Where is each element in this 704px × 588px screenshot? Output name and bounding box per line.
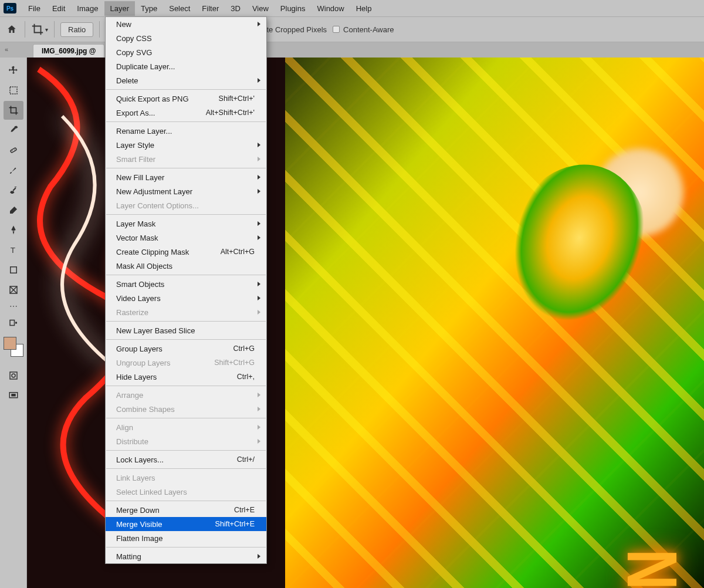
menuitem-label: Layer Content Options... <box>116 201 199 210</box>
menuitem-vector-mask[interactable]: Vector Mask <box>106 231 266 245</box>
menuitem-shortcut: Ctrl+/ <box>237 455 255 464</box>
menuitem-shortcut: Alt+Ctrl+G <box>221 248 255 256</box>
svg-rect-13 <box>10 320 15 326</box>
menu-separator <box>106 89 266 90</box>
screenmode-icon[interactable] <box>4 386 23 405</box>
menuitem-hide-layers[interactable]: Hide LayersCtrl+, <box>106 370 266 384</box>
submenu-arrow-icon <box>258 310 260 315</box>
ratio-dropdown[interactable]: Ratio <box>60 22 93 37</box>
menu-file[interactable]: File <box>22 1 46 16</box>
menuitem-label: Merge Visible <box>116 520 163 529</box>
pen-tool[interactable] <box>4 221 23 239</box>
brush-tool[interactable] <box>4 161 23 180</box>
app-logo: Ps <box>4 3 16 13</box>
menu-image[interactable]: Image <box>71 1 104 16</box>
menu-edit[interactable]: Edit <box>46 1 71 16</box>
menu-help[interactable]: Help <box>350 1 378 16</box>
submenu-arrow-icon <box>258 143 260 147</box>
menuitem-layer-mask[interactable]: Layer Mask <box>106 217 266 231</box>
menu-view[interactable]: View <box>246 1 275 16</box>
edit-toolbar-icon[interactable] <box>4 313 23 332</box>
menuitem-group-layers[interactable]: Group LayersCtrl+G <box>106 342 266 356</box>
type-tool[interactable]: T <box>4 241 23 259</box>
menuitem-copy-svg[interactable]: Copy SVG <box>106 45 266 59</box>
menuitem-smart-objects[interactable]: Smart Objects <box>106 277 266 291</box>
menuitem-label: Layer Mask <box>116 219 155 228</box>
submenu-arrow-icon <box>258 78 260 83</box>
menu-filter[interactable]: Filter <box>196 1 225 16</box>
menu-layer[interactable]: Layer <box>104 1 136 16</box>
panel-collapse-icon[interactable]: « <box>5 46 8 53</box>
menuitem-video-layers[interactable]: Video Layers <box>106 291 266 305</box>
document-tab[interactable]: IMG_6099.jpg @ <box>33 44 104 58</box>
menuitem-rename-layer[interactable]: Rename Layer... <box>106 124 266 138</box>
menuitem-new[interactable]: New <box>106 17 266 31</box>
menuitem-smart-filter: Smart Filter <box>106 152 266 166</box>
eraser-tool[interactable] <box>4 201 23 219</box>
menuitem-label: Smart Objects <box>116 280 164 289</box>
submenu-arrow-icon <box>258 189 260 194</box>
menu-window[interactable]: Window <box>311 1 350 16</box>
menuitem-delete[interactable]: Delete <box>106 73 266 87</box>
menu-plugins[interactable]: Plugins <box>275 1 312 16</box>
menuitem-layer-style[interactable]: Layer Style <box>106 138 266 152</box>
quickmask-icon[interactable] <box>4 366 23 385</box>
menu-separator <box>106 168 266 168</box>
svg-rect-15 <box>10 372 17 379</box>
menuitem-rasterize: Rasterize <box>106 305 266 319</box>
menuitem-quick-export-as-png[interactable]: Quick Export as PNGShift+Ctrl+' <box>106 92 266 106</box>
menuitem-copy-css[interactable]: Copy CSS <box>106 31 266 45</box>
home-button[interactable] <box>5 22 19 36</box>
menuitem-link-layers: Link Layers <box>106 471 266 485</box>
healing-tool[interactable] <box>4 141 23 160</box>
svg-rect-14 <box>15 322 17 324</box>
menu-select[interactable]: Select <box>163 1 196 16</box>
menuitem-label: Distribute <box>116 437 148 446</box>
svg-rect-5 <box>10 147 16 153</box>
content-aware-checkbox[interactable]: Content-Aware <box>333 25 394 34</box>
menuitem-export-as[interactable]: Export As...Alt+Shift+Ctrl+' <box>106 106 266 120</box>
frame-tool[interactable] <box>4 281 23 299</box>
menuitem-flatten-image[interactable]: Flatten Image <box>106 531 266 545</box>
menuitem-merge-visible[interactable]: Merge VisibleShift+Ctrl+E <box>106 517 266 531</box>
menuitem-duplicate-layer[interactable]: Duplicate Layer... <box>106 59 266 73</box>
menuitem-label: Rename Layer... <box>116 127 172 136</box>
menuitem-new-layer-based-slice[interactable]: New Layer Based Slice <box>106 323 266 337</box>
menuitem-label: Align <box>116 423 133 432</box>
toolbox: T ⋯ <box>0 58 27 588</box>
crop-tool[interactable] <box>4 101 23 120</box>
submenu-arrow-icon <box>258 425 260 430</box>
menuitem-label: Create Clipping Mask <box>116 248 189 256</box>
svg-text:T: T <box>10 246 15 255</box>
tool-overflow[interactable]: ⋯ <box>9 302 18 311</box>
crop-tool-indicator[interactable]: ▾ <box>31 23 48 36</box>
svg-point-7 <box>14 150 15 151</box>
shape-tool[interactable] <box>4 261 23 279</box>
menuitem-create-clipping-mask[interactable]: Create Clipping MaskAlt+Ctrl+G <box>106 245 266 259</box>
menuitem-label: Select Linked Layers <box>116 488 187 496</box>
menuitem-mask-all-objects[interactable]: Mask All Objects <box>106 259 266 273</box>
menuitem-shortcut: Shift+Ctrl+' <box>219 94 255 103</box>
marquee-tool[interactable] <box>4 81 23 100</box>
menuitem-lock-layers[interactable]: Lock Layers...Ctrl+/ <box>106 452 266 467</box>
menuitem-matting[interactable]: Matting <box>106 549 266 563</box>
menuitem-label: Smart Filter <box>116 155 155 164</box>
menuitem-new-fill-layer[interactable]: New Fill Layer <box>106 170 266 184</box>
menu-separator <box>106 214 266 215</box>
clone-tool[interactable] <box>4 181 23 200</box>
svg-rect-9 <box>10 267 16 273</box>
menu-type[interactable]: Type <box>135 1 163 16</box>
move-tool[interactable] <box>4 61 23 80</box>
submenu-arrow-icon <box>258 282 260 286</box>
menu-3d[interactable]: 3D <box>225 1 246 16</box>
menuitem-new-adjustment-layer[interactable]: New Adjustment Layer <box>106 184 266 198</box>
menuitem-shortcut: Alt+Shift+Ctrl+' <box>206 109 255 117</box>
submenu-arrow-icon <box>258 221 260 226</box>
submenu-arrow-icon <box>258 235 260 240</box>
menu-separator <box>106 321 266 322</box>
menuitem-merge-down[interactable]: Merge DownCtrl+E <box>106 503 266 517</box>
submenu-arrow-icon <box>258 554 260 559</box>
separator <box>54 21 55 38</box>
color-swatch[interactable] <box>4 337 23 357</box>
eyedropper-tool[interactable] <box>4 121 23 140</box>
